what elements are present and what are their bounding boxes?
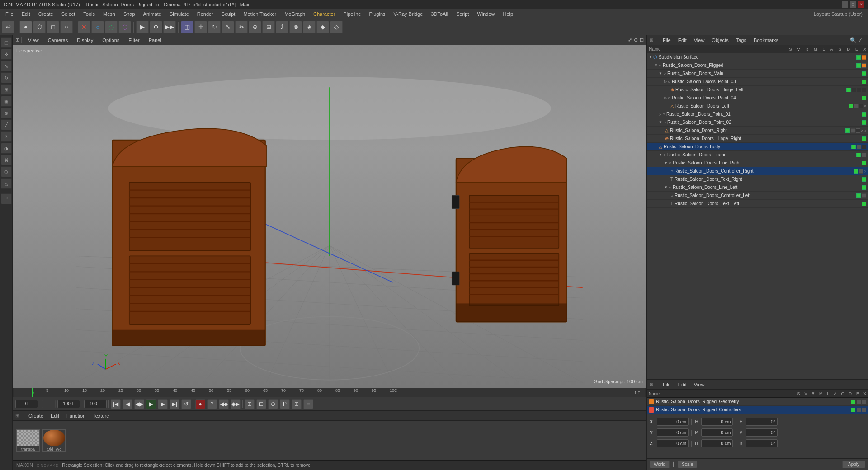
menu-plugins[interactable]: Plugins xyxy=(365,10,389,18)
start-frame-input[interactable] xyxy=(57,400,80,408)
left-icon-9[interactable]: $ xyxy=(1,131,12,142)
left-icon-rotate[interactable]: ↻ xyxy=(1,72,12,83)
menu-pipeline[interactable]: Pipeline xyxy=(340,10,364,18)
y-scale-input[interactable] xyxy=(746,428,778,437)
obj-row-text-left[interactable]: T Rustic_Saloon_Doors_Text_Left xyxy=(647,200,868,208)
menu-window[interactable]: Window xyxy=(473,10,498,18)
x-scale-input[interactable] xyxy=(746,418,778,426)
left-icon-select[interactable]: ◫ xyxy=(1,37,12,48)
obj-row-point02[interactable]: ▼ ○ Rustic_Saloon_Doors_Point_02 xyxy=(647,118,868,127)
vp-menu-display[interactable]: Display xyxy=(74,37,96,44)
prev-frame-button[interactable]: ◀ xyxy=(123,399,132,409)
obj-row-point01[interactable]: ▷ ○ Rustic_Saloon_Doors_Point_01 xyxy=(647,110,868,118)
object-list[interactable]: ▼ ⬡ Subdivision Surface ▼ ○ Rustic_Saloo… xyxy=(647,53,868,379)
timeline[interactable]: 0 5 10 15 20 25 30 35 40 45 50 55 60 65 … xyxy=(13,388,646,397)
left-icon-6[interactable]: ▦ xyxy=(1,96,12,107)
z-rotation-input[interactable] xyxy=(701,439,733,447)
prev-key-button[interactable]: ◀◆ xyxy=(219,399,229,409)
mat-menu-function[interactable]: Function xyxy=(65,412,87,419)
motion-playback-button[interactable]: ⊡ xyxy=(256,399,266,409)
obj-row-line-right[interactable]: ▼ ○ Rustic_Saloon_Doors_Line_Right xyxy=(647,159,868,167)
go-to-start-button[interactable]: |◀ xyxy=(111,399,121,409)
rotate-button[interactable]: ↻ xyxy=(208,21,221,33)
menu-character[interactable]: Character xyxy=(310,10,339,18)
undo-button[interactable]: ↩ xyxy=(2,21,14,33)
end-frame-input[interactable] xyxy=(84,400,107,408)
polygon-mode-button[interactable]: ◻ xyxy=(47,21,59,33)
x-position-input[interactable] xyxy=(657,418,689,426)
magnet-button[interactable]: ⊕ xyxy=(249,21,261,33)
move-button[interactable]: ✛ xyxy=(194,21,207,33)
left-icon-scale[interactable]: ⤡ xyxy=(1,61,12,71)
obj-row-controller-left[interactable]: ○ Rustic_Saloon_Doors_Controller_Left xyxy=(647,192,868,200)
coord-menu-edit[interactable]: Edit xyxy=(676,381,689,388)
y-position-input[interactable] xyxy=(657,428,689,437)
render-view-button[interactable]: ▶ xyxy=(136,21,149,33)
menu-tools[interactable]: Tools xyxy=(80,10,99,18)
obj-menu-view[interactable]: View xyxy=(692,37,707,44)
vp-menu-filter[interactable]: Filter xyxy=(126,37,142,44)
apply-button[interactable]: Apply xyxy=(842,461,865,468)
scale-mode-button[interactable]: Scale xyxy=(678,461,697,468)
minimize-button[interactable]: ─ xyxy=(842,1,848,8)
timeline-ruler[interactable]: 0 5 10 15 20 25 30 35 40 45 50 55 60 65 … xyxy=(14,388,645,397)
scale-button[interactable]: ⤡ xyxy=(222,21,234,33)
mat-menu-create[interactable]: Create xyxy=(27,412,45,419)
obj-row-controller-right[interactable]: ○ Rustic_Saloon_Doors_Controller_Right ○ xyxy=(647,167,868,175)
menu-create[interactable]: Create xyxy=(35,10,57,18)
vp-menu-view[interactable]: View xyxy=(25,37,42,44)
obj-row-text-right[interactable]: T Rustic_Saloon_Doors_Text_Right xyxy=(647,175,868,183)
world-mode-button[interactable]: World xyxy=(650,461,670,468)
obj-row-body[interactable]: △ Rustic_Saloon_Doors_Body xyxy=(647,143,868,151)
mat-menu-texture[interactable]: Texture xyxy=(91,412,111,419)
menu-help[interactable]: Help xyxy=(500,10,517,18)
taper-button[interactable]: ◈ xyxy=(303,21,316,33)
menu-mograph[interactable]: MoGraph xyxy=(281,10,309,18)
menu-render[interactable]: Render xyxy=(193,10,217,18)
current-frame-input[interactable] xyxy=(15,400,38,408)
points-mode-button[interactable]: ● xyxy=(19,21,32,33)
left-icon-8[interactable]: ╱ xyxy=(1,119,12,130)
motion-5-button[interactable]: ⊞ xyxy=(292,399,302,409)
coord-menu-file[interactable]: File xyxy=(661,381,673,388)
obj-row-rigged[interactable]: ▼ ○ Rustic_Saloon_Doors_Rigged xyxy=(647,61,868,70)
menu-script[interactable]: Script xyxy=(453,10,472,18)
knife-button[interactable]: ✂ xyxy=(235,21,248,33)
obj-row-hinge-right[interactable]: ⊕ Rustic_Saloon_Doors_Hinge_Right xyxy=(647,135,868,143)
bend-button[interactable]: ⤴ xyxy=(276,21,288,33)
play-button[interactable]: ▶ xyxy=(146,399,156,409)
motion-6-button[interactable]: ≡ xyxy=(303,399,313,409)
obj-row-main[interactable]: ▼ ○ Rustic_Saloon_Doors_Main xyxy=(647,70,868,78)
menu-select[interactable]: Select xyxy=(58,10,79,18)
obj-row-left[interactable]: △ Rustic_Saloon_Doors_Left × xyxy=(647,102,868,110)
menu-vray[interactable]: V-Ray Bridge xyxy=(390,10,427,18)
motion-3-button[interactable]: ⊙ xyxy=(268,399,278,409)
obj-row-point04[interactable]: ▷ ○ Rustic_Saloon_Doors_Point_04 xyxy=(647,94,868,102)
left-icon-14[interactable]: P xyxy=(1,193,12,204)
twist-button[interactable]: ⊗ xyxy=(289,21,302,33)
z-scale-input[interactable] xyxy=(746,439,778,447)
coord-obj-geometry[interactable]: Rustic_Saloon_Doors_Rigged_Geometry xyxy=(647,398,868,406)
scale-tool-button[interactable]: ○ xyxy=(91,21,104,33)
obj-menu-edit[interactable]: Edit xyxy=(676,37,689,44)
left-icon-7[interactable]: ⊕ xyxy=(1,108,12,118)
left-icon-move[interactable]: ✛ xyxy=(1,49,12,60)
obj-checkmark-icon[interactable]: ✓ xyxy=(858,37,863,43)
left-icon-11[interactable]: ⌘ xyxy=(1,155,12,165)
go-to-end-button[interactable]: ▶| xyxy=(170,399,179,409)
shear-button[interactable]: ◆ xyxy=(316,21,329,33)
frame-input-2[interactable] xyxy=(42,400,56,408)
left-icon-12[interactable]: ⬡ xyxy=(1,166,12,177)
record-button[interactable]: ● xyxy=(195,399,205,409)
coord-obj-controllers[interactable]: Rustic_Saloon_Doors_Rigged_Controllers xyxy=(647,406,868,414)
mat-menu-edit[interactable]: Edit xyxy=(49,412,61,419)
obj-row-right[interactable]: △ Rustic_Saloon_Doors_Right × ○ xyxy=(647,127,868,135)
loop-button[interactable]: ↺ xyxy=(181,399,191,409)
coord-menu-view[interactable]: View xyxy=(692,381,707,388)
polygon-pen-button[interactable]: ◇ xyxy=(330,21,343,33)
menu-motion-tracker[interactable]: Motion Tracker xyxy=(240,10,280,18)
viewport[interactable]: X Y Z Perspective Grid Spacing : 100 cm xyxy=(13,45,646,388)
select-tool-button[interactable]: ◫ xyxy=(181,21,193,33)
left-icon-13[interactable]: △ xyxy=(1,178,12,189)
maximize-button[interactable]: □ xyxy=(850,1,856,8)
